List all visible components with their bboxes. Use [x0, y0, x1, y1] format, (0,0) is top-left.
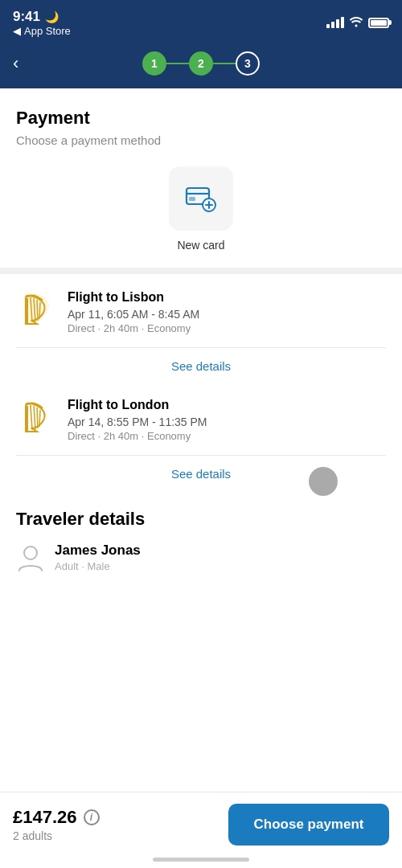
svg-line-13	[34, 406, 35, 429]
see-details-row-2: See details	[16, 455, 386, 493]
traveler-name: James Jonas	[55, 542, 141, 559]
step-3: 3	[236, 51, 260, 76]
step-line-2-3	[213, 63, 236, 64]
step-line-1-2	[166, 63, 189, 64]
price-adults: 2 adults	[13, 829, 100, 842]
flight-details-1: Direct · 2h 40m · Economy	[68, 322, 199, 334]
new-card-icon-box	[169, 166, 233, 231]
wifi-icon	[349, 16, 363, 30]
traveler-info: James Jonas Adult · Male	[55, 542, 141, 572]
flight-time-2: Apr 14, 8:55 PM - 11:35 PM	[68, 416, 207, 428]
bottom-bar: £147.26 i 2 adults Choose payment	[0, 792, 402, 868]
flight-info-2: Flight to London Apr 14, 8:55 PM - 11:35…	[68, 398, 207, 442]
battery-icon	[368, 18, 389, 28]
svg-line-10	[39, 302, 40, 319]
payment-title: Payment	[16, 108, 386, 129]
flight-time-1: Apr 11, 6:05 AM - 8:45 AM	[68, 308, 199, 321]
svg-point-16	[24, 547, 37, 559]
step-indicator: 1 2 3	[142, 51, 260, 76]
signal-bars-icon	[326, 17, 344, 28]
step-1: 1	[142, 51, 166, 76]
step-2-label: 2	[198, 57, 204, 70]
flight-section-1: Flight to Lisbon Apr 11, 6:05 AM - 8:45 …	[0, 274, 402, 385]
status-bar: 9:41 🌙 ◀ App Store	[0, 0, 402, 43]
price-value: £147.26	[13, 807, 77, 828]
svg-rect-2	[189, 197, 195, 201]
flight-row-2: Flight to London Apr 14, 8:55 PM - 11:35…	[16, 398, 386, 455]
back-app-store-arrow: ◀	[13, 25, 21, 37]
svg-line-15	[39, 410, 40, 427]
flight-title-2: Flight to London	[68, 398, 207, 412]
price-info-icon[interactable]: i	[84, 809, 100, 825]
step-3-label: 3	[244, 57, 251, 70]
flight-details-2: Direct · 2h 40m · Economy	[68, 430, 207, 442]
traveler-section: Traveler details James Jonas Adult · Mal…	[0, 493, 402, 585]
traveler-title: Traveler details	[16, 509, 386, 530]
svg-line-9	[37, 300, 38, 321]
flight-title-1: Flight to Lisbon	[68, 290, 199, 305]
moon-icon: 🌙	[45, 10, 59, 23]
back-button[interactable]: ‹	[13, 53, 18, 74]
flight-row-1: Flight to Lisbon Apr 11, 6:05 AM - 8:45 …	[16, 290, 386, 347]
time-label: 9:41	[13, 9, 40, 25]
app-store-label[interactable]: ◀ App Store	[13, 25, 71, 37]
back-arrow: ‹	[13, 53, 18, 73]
scroll-indicator[interactable]	[309, 467, 338, 496]
price-section: £147.26 i 2 adults	[13, 807, 100, 842]
status-icons	[326, 16, 389, 30]
home-indicator	[153, 858, 249, 862]
new-card-button[interactable]: New card	[16, 166, 386, 252]
svg-line-12	[31, 405, 32, 430]
payment-section: Payment Choose a payment method New card	[0, 88, 402, 268]
ryanair-logo-2	[16, 398, 56, 438]
ryanair-logo-1	[16, 290, 56, 330]
svg-line-14	[37, 407, 38, 428]
status-time: 9:41 🌙	[13, 9, 71, 25]
see-details-link-2[interactable]: See details	[171, 467, 231, 481]
divider-1	[0, 268, 402, 274]
nav-bar: ‹ 1 2 3	[0, 43, 402, 88]
new-card-label: New card	[177, 239, 224, 252]
step-2: 2	[189, 51, 213, 76]
payment-subtitle: Choose a payment method	[16, 133, 386, 147]
traveler-sub: Adult · Male	[55, 560, 141, 572]
app-store-text: App Store	[24, 25, 71, 37]
flight-info-1: Flight to Lisbon Apr 11, 6:05 AM - 8:45 …	[68, 290, 199, 334]
price-amount: £147.26 i	[13, 807, 100, 828]
see-details-row-1: See details	[16, 347, 386, 385]
step-1-label: 1	[151, 57, 158, 70]
flight-section-2: Flight to London Apr 14, 8:55 PM - 11:35…	[0, 385, 402, 493]
person-icon	[16, 543, 45, 572]
see-details-link-1[interactable]: See details	[171, 359, 231, 373]
choose-payment-button[interactable]: Choose payment	[228, 804, 389, 845]
new-card-icon	[183, 181, 219, 216]
traveler-row: James Jonas Adult · Male	[16, 542, 386, 572]
